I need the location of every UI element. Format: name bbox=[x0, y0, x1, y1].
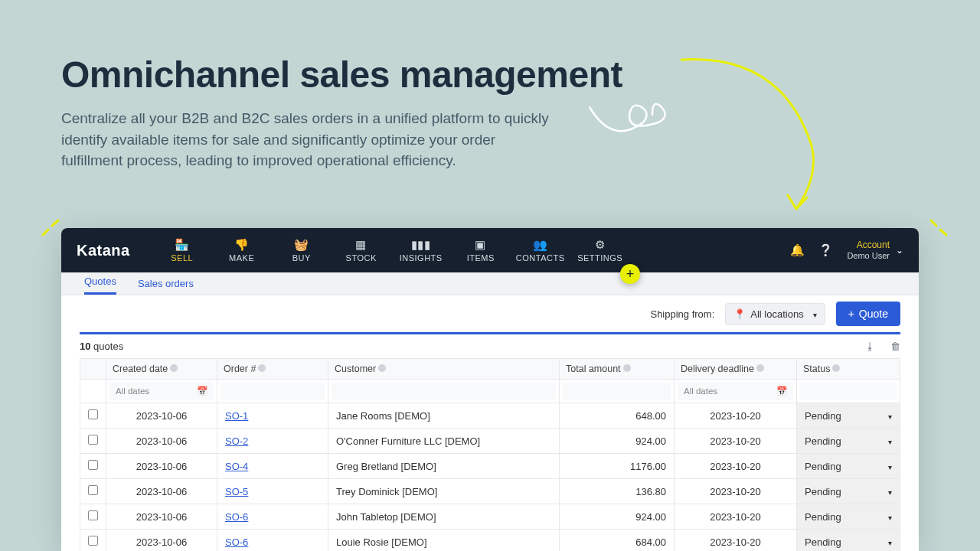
account-menu[interactable]: Account Demo User ⌄ bbox=[847, 240, 903, 261]
cell-customer: O'Conner Furniture LLC [DEMO] bbox=[328, 429, 560, 454]
location-select[interactable]: 📍 All locations bbox=[725, 303, 825, 325]
table-row: 2023-10-06SO-1Jane Rooms [DEMO]648.00202… bbox=[80, 403, 900, 429]
cell-customer: John Tabletop [DEMO] bbox=[328, 504, 560, 530]
accent-dashes-right bbox=[928, 218, 949, 240]
add-fab-button[interactable]: + bbox=[620, 264, 640, 284]
trash-icon[interactable]: 🗑 bbox=[890, 341, 900, 352]
storefront-icon: 🏪 bbox=[175, 238, 190, 252]
table-row: 2023-10-06SO-6Louie Rosie [DEMO]684.0020… bbox=[80, 530, 900, 552]
subtabs: Quotes Sales orders bbox=[61, 272, 919, 295]
topbar: Katana 🏪SELL 👎MAKE 🧺BUY ▦STOCK ▮▮▮INSIGH… bbox=[61, 228, 919, 272]
order-link[interactable]: SO-6 bbox=[225, 511, 248, 523]
cell-deadline: 2023-10-20 bbox=[675, 479, 797, 504]
chevron-down-icon bbox=[884, 511, 892, 523]
order-link[interactable]: SO-5 bbox=[225, 486, 248, 497]
nav-buy[interactable]: 🧺BUY bbox=[273, 228, 331, 272]
calendar-icon: 📅 bbox=[776, 386, 787, 396]
row-checkbox[interactable] bbox=[88, 510, 98, 520]
logo: Katana bbox=[77, 242, 130, 259]
count-row: 10 quotes ⭳ 🗑 bbox=[61, 334, 919, 358]
count-text: 10 quotes bbox=[80, 341, 123, 352]
tab-quotes[interactable]: Quotes bbox=[84, 270, 116, 295]
info-icon bbox=[378, 364, 386, 372]
cell-deadline: 2023-10-20 bbox=[675, 429, 797, 454]
status-dropdown[interactable]: Pending bbox=[797, 480, 900, 504]
basket-icon: 🧺 bbox=[294, 238, 309, 252]
quote-button[interactable]: + Quote bbox=[836, 302, 900, 326]
tab-sales-orders[interactable]: Sales orders bbox=[138, 272, 194, 295]
cell-customer: Greg Bretland [DEMO] bbox=[328, 454, 560, 479]
order-link[interactable]: SO-2 bbox=[225, 435, 248, 447]
cell-created: 2023-10-06 bbox=[106, 454, 217, 479]
filter-customer[interactable] bbox=[332, 383, 556, 399]
chevron-down-icon bbox=[884, 486, 892, 497]
nav-items[interactable]: ▣ITEMS bbox=[452, 228, 510, 272]
cell-total: 136.80 bbox=[560, 479, 675, 504]
col-order[interactable]: Order # bbox=[224, 364, 256, 374]
filter-deadline[interactable]: All dates📅 bbox=[678, 382, 793, 400]
quote-button-label: Quote bbox=[859, 308, 888, 320]
info-icon bbox=[623, 364, 631, 372]
main-nav: 🏪SELL 👎MAKE 🧺BUY ▦STOCK ▮▮▮INSIGHTS ▣ITE… bbox=[153, 228, 629, 272]
chevron-down-icon bbox=[884, 461, 892, 472]
cell-total: 648.00 bbox=[560, 403, 675, 429]
status-dropdown[interactable]: Pending bbox=[797, 505, 900, 529]
row-checkbox[interactable] bbox=[88, 435, 98, 445]
info-icon bbox=[832, 364, 840, 372]
filter-status[interactable] bbox=[800, 383, 897, 399]
filter-created-date[interactable]: All dates📅 bbox=[109, 382, 214, 400]
chevron-down-icon bbox=[808, 308, 817, 320]
col-deadline[interactable]: Delivery deadline bbox=[681, 364, 754, 374]
table-row: 2023-10-06SO-5Trey Dominick [DEMO]136.80… bbox=[80, 479, 900, 504]
order-link[interactable]: SO-4 bbox=[225, 461, 248, 472]
thumbs-down-icon: 👎 bbox=[234, 238, 250, 252]
cell-total: 1176.00 bbox=[560, 454, 675, 479]
status-dropdown[interactable]: Pending bbox=[797, 530, 900, 552]
bell-icon[interactable]: 🔔 bbox=[790, 243, 805, 257]
cell-created: 2023-10-06 bbox=[106, 429, 217, 454]
cell-created: 2023-10-06 bbox=[106, 403, 217, 429]
help-icon[interactable]: ❔ bbox=[818, 243, 833, 257]
row-checkbox[interactable] bbox=[88, 485, 98, 495]
boxes-icon: ▦ bbox=[355, 238, 367, 252]
status-dropdown[interactable]: Pending bbox=[797, 404, 900, 428]
cell-total: 684.00 bbox=[560, 530, 675, 552]
quotes-table-wrap: Created date Order # Customer Total amou… bbox=[61, 358, 919, 551]
status-dropdown[interactable]: Pending bbox=[797, 429, 900, 453]
nav-contacts[interactable]: 👥CONTACTS bbox=[511, 228, 570, 272]
cell-created: 2023-10-06 bbox=[106, 504, 217, 530]
chevron-down-icon bbox=[884, 435, 892, 447]
row-checkbox[interactable] bbox=[88, 536, 98, 546]
filter-order[interactable] bbox=[220, 383, 325, 399]
col-status[interactable]: Status bbox=[803, 364, 830, 374]
col-customer[interactable]: Customer bbox=[335, 364, 376, 374]
col-total[interactable]: Total amount bbox=[566, 364, 621, 374]
col-created[interactable]: Created date bbox=[113, 364, 168, 374]
nav-stock[interactable]: ▦STOCK bbox=[332, 228, 390, 272]
download-icon[interactable]: ⭳ bbox=[865, 341, 875, 352]
filter-total[interactable] bbox=[563, 383, 671, 399]
tag-icon: ▣ bbox=[475, 238, 486, 252]
cell-customer: Jane Rooms [DEMO] bbox=[328, 403, 560, 429]
accent-dashes-left bbox=[40, 218, 61, 240]
nav-settings[interactable]: ⚙SETTINGS bbox=[571, 228, 629, 272]
nav-sell[interactable]: 🏪SELL bbox=[153, 228, 211, 272]
hero-subtitle: Centralize all your B2B and B2C sales or… bbox=[61, 108, 559, 171]
hero-title: Omnichannel sales management bbox=[61, 54, 919, 96]
status-dropdown[interactable]: Pending bbox=[797, 455, 900, 478]
cell-total: 924.00 bbox=[560, 504, 675, 530]
cell-deadline: 2023-10-20 bbox=[675, 504, 797, 530]
nav-make[interactable]: 👎MAKE bbox=[213, 228, 271, 272]
shipping-from-label: Shipping from: bbox=[650, 308, 714, 320]
row-checkbox[interactable] bbox=[88, 409, 98, 419]
nav-insights[interactable]: ▮▮▮INSIGHTS bbox=[392, 228, 450, 272]
order-link[interactable]: SO-1 bbox=[225, 410, 248, 422]
quotes-table: Created date Order # Customer Total amou… bbox=[80, 358, 900, 551]
row-checkbox[interactable] bbox=[88, 460, 98, 470]
info-icon bbox=[756, 364, 764, 372]
gear-icon: ⚙ bbox=[595, 238, 606, 252]
cell-total: 924.00 bbox=[560, 429, 675, 454]
cell-customer: Trey Dominick [DEMO] bbox=[328, 479, 560, 504]
cell-deadline: 2023-10-20 bbox=[675, 454, 797, 479]
order-link[interactable]: SO-6 bbox=[225, 536, 248, 548]
